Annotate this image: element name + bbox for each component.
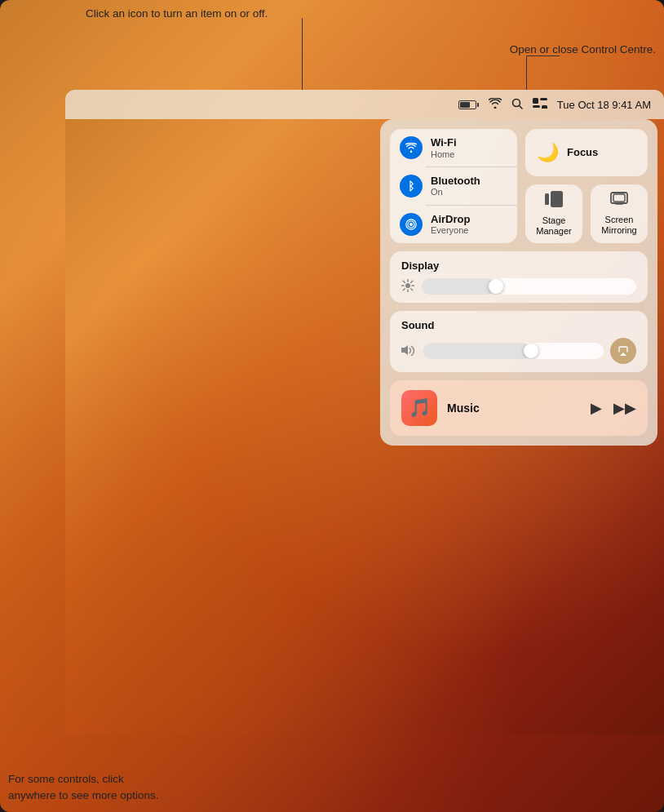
- cc-airdrop-item[interactable]: AirDrop Everyone: [390, 206, 517, 244]
- cc-wifi-text: Wi-Fi Home: [431, 136, 457, 160]
- callout-line-right-v: [526, 55, 527, 95]
- cc-bluetooth-title: Bluetooth: [431, 175, 480, 188]
- svg-line-19: [403, 281, 405, 282]
- svg-rect-9: [545, 193, 549, 205]
- svg-rect-3: [540, 98, 547, 100]
- svg-rect-2: [533, 98, 538, 104]
- svg-rect-10: [551, 191, 563, 207]
- cc-focus-label: Focus: [567, 146, 598, 158]
- cc-bottom-right-row: Stage Manager Screen Mirroring: [525, 184, 648, 243]
- cc-display-title: Display: [401, 260, 636, 272]
- cc-music-forward-button[interactable]: ▶▶: [613, 399, 636, 417]
- cc-music-app-icon: 🎵: [401, 390, 437, 426]
- cc-airdrop-title: AirDrop: [431, 213, 470, 226]
- annotation-top: Click an icon to turn an item on or off.: [86, 7, 268, 22]
- cc-bluetooth-text: Bluetooth On: [431, 175, 480, 198]
- cc-wifi-icon: [400, 136, 423, 159]
- svg-marker-23: [401, 345, 408, 355]
- cc-display-section: Display: [390, 251, 648, 303]
- battery-fill: [460, 102, 470, 108]
- cc-wifi-title: Wi-Fi: [431, 136, 457, 149]
- cc-wifi-item[interactable]: Wi-Fi Home: [390, 129, 517, 167]
- svg-rect-4: [533, 105, 540, 108]
- menubar-time: Tue Oct 18 9:41 AM: [557, 99, 651, 111]
- svg-line-20: [411, 289, 413, 291]
- cc-bluetooth-icon: ᛒ: [400, 175, 423, 197]
- svg-line-22: [411, 281, 413, 282]
- cc-music-play-button[interactable]: ▶: [591, 399, 602, 417]
- svg-point-6: [409, 223, 413, 226]
- cc-airdrop-subtitle: Everyone: [431, 225, 470, 236]
- cc-sound-section: Sound: [390, 311, 648, 372]
- cc-screen-mirroring-label: Screen Mirroring: [595, 215, 643, 236]
- svg-line-21: [403, 289, 405, 291]
- cc-brightness-icon: [401, 279, 414, 295]
- cc-stage-manager-button[interactable]: Stage Manager: [525, 184, 582, 243]
- cc-right-column: 🌙 Focus Stage Manager: [525, 129, 648, 243]
- menu-bar: Tue Oct 18 9:41 AM: [65, 90, 664, 119]
- cc-screen-mirroring-icon: [610, 192, 628, 211]
- cc-focus-moon-icon: 🌙: [537, 142, 559, 163]
- menubar-control-centre-icon[interactable]: [533, 98, 547, 111]
- callout-line-right-h: [527, 55, 560, 56]
- battery-cap: [477, 103, 479, 107]
- cc-sound-slider-row: [401, 338, 636, 364]
- cc-brightness-slider[interactable]: [421, 278, 636, 295]
- menubar-search-icon[interactable]: [511, 98, 523, 112]
- cc-volume-icon: [401, 344, 416, 358]
- cc-volume-thumb[interactable]: [524, 344, 538, 358]
- annotation-bottom: For some controls, click anywhere to see…: [8, 771, 159, 805]
- svg-rect-5: [542, 105, 547, 109]
- svg-line-1: [519, 105, 522, 109]
- cc-music-title: Music: [447, 402, 581, 415]
- cc-bluetooth-item[interactable]: ᛒ Bluetooth On: [390, 167, 517, 206]
- callout-line-top: [302, 18, 303, 93]
- cc-stage-manager-label: Stage Manager: [530, 215, 578, 237]
- cc-top-row: Wi-Fi Home ᛒ Bluetooth On: [390, 129, 648, 243]
- svg-point-14: [405, 283, 410, 288]
- battery-body: [458, 100, 476, 109]
- cc-sound-title: Sound: [401, 319, 636, 331]
- cc-display-slider-row: [401, 278, 636, 295]
- cc-screen-mirroring-button[interactable]: Screen Mirroring: [591, 184, 648, 243]
- cc-airplay-button[interactable]: [610, 338, 636, 364]
- cc-focus-button[interactable]: 🌙 Focus: [525, 129, 648, 176]
- control-centre-panel: Wi-Fi Home ᛒ Bluetooth On: [380, 119, 657, 446]
- cc-connectivity-panel: Wi-Fi Home ᛒ Bluetooth On: [390, 129, 517, 243]
- battery-icon: [458, 100, 479, 109]
- cc-brightness-thumb[interactable]: [489, 279, 503, 294]
- cc-music-section[interactable]: 🎵 Music ▶ ▶▶: [390, 380, 648, 436]
- cc-music-controls: ▶ ▶▶: [591, 399, 636, 417]
- svg-rect-12: [613, 194, 625, 202]
- cc-wifi-subtitle: Home: [431, 149, 457, 160]
- menubar-wifi-icon[interactable]: [489, 98, 502, 111]
- cc-stage-manager-icon: [545, 191, 563, 211]
- cc-volume-slider[interactable]: [423, 343, 604, 359]
- cc-airdrop-text: AirDrop Everyone: [431, 213, 470, 237]
- cc-bluetooth-subtitle: On: [431, 187, 480, 197]
- mac-screen: Tue Oct 18 9:41 AM: [65, 90, 664, 734]
- cc-airdrop-icon: [400, 213, 423, 236]
